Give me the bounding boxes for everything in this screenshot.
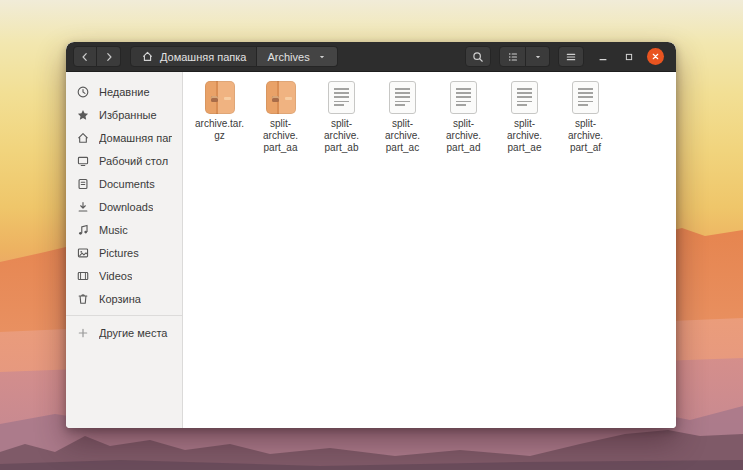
- file-name: split- archive. part_ab: [324, 118, 359, 155]
- sidebar: Недавние Избранные Домашняя папка Рабочи…: [66, 72, 183, 428]
- sidebar-item-label: Недавние: [99, 86, 150, 98]
- close-button[interactable]: [642, 46, 668, 68]
- star-icon: [76, 108, 90, 122]
- window-body: Недавние Избранные Домашняя папка Рабочи…: [66, 72, 676, 428]
- sidebar-item-label: Избранные: [99, 109, 157, 121]
- sidebar-item-label: Рабочий стол: [99, 155, 168, 167]
- minimize-button[interactable]: [590, 46, 616, 68]
- desktop-icon: [76, 154, 90, 168]
- file-name: split- archive. part_ae: [507, 118, 542, 155]
- nav-buttons: [73, 46, 121, 67]
- sidebar-item-other-places[interactable]: Другие места: [66, 321, 182, 344]
- path-current-button[interactable]: Archives: [257, 46, 337, 67]
- videos-icon: [76, 269, 90, 283]
- list-view-button[interactable]: [499, 46, 526, 67]
- chevron-right-icon: [102, 50, 116, 64]
- close-icon: [647, 48, 664, 65]
- home-icon: [141, 50, 154, 63]
- documents-icon: [76, 177, 90, 191]
- menu-button[interactable]: [558, 46, 584, 67]
- file-item-archive-tar-gz[interactable]: archive.tar. gz: [189, 81, 250, 155]
- recent-icon: [76, 85, 90, 99]
- sidebar-item-trash[interactable]: Корзина: [66, 287, 182, 310]
- sidebar-item-label: Pictures: [99, 247, 139, 259]
- file-name: split- archive. part_ad: [446, 118, 481, 155]
- sidebar-item-recent[interactable]: Недавние: [66, 80, 182, 103]
- text-file-icon: [572, 81, 599, 114]
- sidebar-item-home[interactable]: Домашняя папка: [66, 126, 182, 149]
- chevron-down-icon: [533, 52, 543, 62]
- path-bar: Домашняя папка Archives: [130, 46, 338, 67]
- chevron-down-icon: [317, 52, 327, 62]
- file-item-split-archive-part-aa[interactable]: split- archive. part_aa: [250, 81, 311, 155]
- file-name: split- archive. part_af: [568, 118, 603, 155]
- sidebar-separator: [66, 315, 182, 316]
- header-actions: [465, 46, 668, 68]
- path-home-label: Домашняя папка: [160, 51, 246, 63]
- sidebar-item-label: Корзина: [99, 293, 141, 305]
- archive-file-icon: [205, 81, 235, 114]
- forward-button[interactable]: [97, 46, 121, 67]
- sidebar-item-documents[interactable]: Documents: [66, 172, 182, 195]
- home-icon: [76, 131, 90, 145]
- sidebar-item-label: Downloads: [99, 201, 153, 213]
- file-item-split-archive-part-ab[interactable]: split- archive. part_ab: [311, 81, 372, 155]
- downloads-icon: [76, 200, 90, 214]
- sidebar-item-pictures[interactable]: Pictures: [66, 241, 182, 264]
- files-view[interactable]: archive.tar. gz split- archive. part_aa …: [183, 72, 676, 428]
- plus-icon: [76, 326, 90, 340]
- sidebar-item-videos[interactable]: Videos: [66, 264, 182, 287]
- path-current-label: Archives: [267, 51, 309, 63]
- sidebar-item-music[interactable]: Music: [66, 218, 182, 241]
- hamburger-icon: [564, 50, 578, 64]
- archive-file-icon: [266, 81, 296, 114]
- sidebar-item-label: Videos: [99, 270, 132, 282]
- maximize-button[interactable]: [616, 46, 642, 68]
- list-view-icon: [506, 50, 520, 64]
- trash-icon: [76, 292, 90, 306]
- music-icon: [76, 223, 90, 237]
- text-file-icon: [328, 81, 355, 114]
- sidebar-item-label: Домашняя папка: [99, 132, 172, 144]
- back-button[interactable]: [73, 46, 97, 67]
- file-item-split-archive-part-ad[interactable]: split- archive. part_ad: [433, 81, 494, 155]
- file-item-split-archive-part-ac[interactable]: split- archive. part_ac: [372, 81, 433, 155]
- header-bar[interactable]: Домашняя папка Archives: [66, 42, 676, 72]
- magnifier-icon: [471, 50, 485, 64]
- sidebar-item-desktop[interactable]: Рабочий стол: [66, 149, 182, 172]
- search-button[interactable]: [465, 46, 491, 67]
- text-file-icon: [511, 81, 538, 114]
- sidebar-item-label: Music: [99, 224, 128, 236]
- sidebar-item-downloads[interactable]: Downloads: [66, 195, 182, 218]
- file-manager-window: Домашняя папка Archives: [66, 42, 676, 428]
- files-grid: archive.tar. gz split- archive. part_aa …: [189, 81, 670, 161]
- file-item-split-archive-part-af[interactable]: split- archive. part_af: [555, 81, 616, 155]
- window-controls: [590, 46, 668, 68]
- view-options-button[interactable]: [526, 46, 550, 67]
- view-switcher: [499, 46, 550, 67]
- chevron-left-icon: [78, 50, 92, 64]
- pictures-icon: [76, 246, 90, 260]
- sidebar-item-starred[interactable]: Избранные: [66, 103, 182, 126]
- file-name: split- archive. part_aa: [263, 118, 298, 155]
- text-file-icon: [389, 81, 416, 114]
- sidebar-item-label: Другие места: [99, 327, 168, 339]
- file-name: split- archive. part_ac: [385, 118, 420, 155]
- sidebar-item-label: Documents: [99, 178, 155, 190]
- text-file-icon: [450, 81, 477, 114]
- path-home-button[interactable]: Домашняя папка: [130, 46, 257, 67]
- minimize-icon: [597, 51, 609, 63]
- file-name: archive.tar. gz: [195, 118, 244, 142]
- file-item-split-archive-part-ae[interactable]: split- archive. part_ae: [494, 81, 555, 155]
- maximize-icon: [623, 51, 635, 63]
